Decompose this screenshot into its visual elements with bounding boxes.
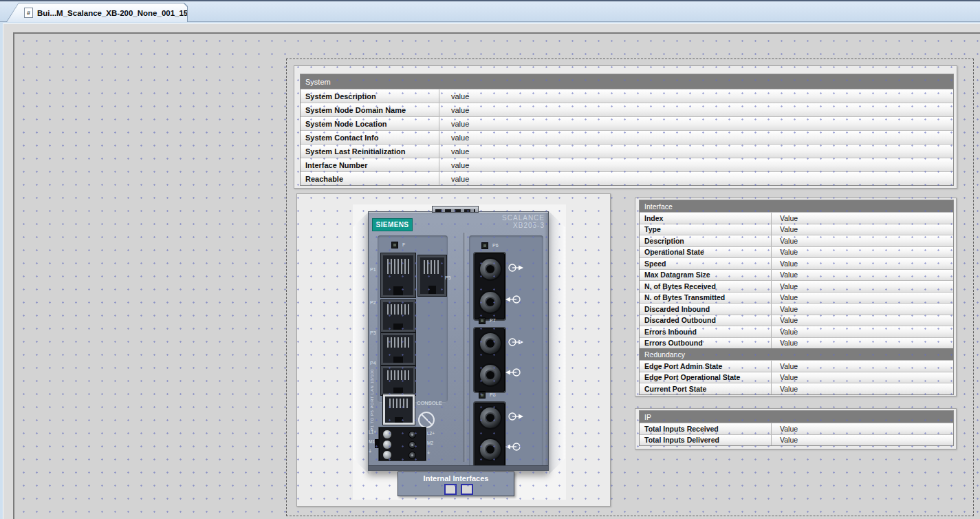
row-label-cell: Description bbox=[640, 235, 772, 246]
fiber-housing-p8 bbox=[475, 403, 505, 466]
row-value-cell: Value bbox=[772, 247, 953, 258]
fiber-housing-p7 bbox=[475, 328, 505, 392]
row-value-cell: value bbox=[439, 117, 953, 130]
internal-interfaces-label: Internal Interfaces bbox=[398, 474, 514, 483]
led-p7 bbox=[479, 317, 486, 324]
table-row: Total Inputs Received Value bbox=[640, 423, 953, 434]
terminal-screw bbox=[409, 431, 416, 438]
table-row: Edge Port Admin State Value bbox=[640, 360, 953, 372]
row-label-cell: Speed bbox=[640, 258, 772, 269]
table-row: Current Port State Value bbox=[640, 383, 953, 394]
power-labels-right: L2+M2⏚ bbox=[427, 429, 438, 458]
fiber-connector bbox=[479, 438, 502, 461]
row-value-cell: Value bbox=[772, 270, 953, 281]
row-value-cell: value bbox=[439, 145, 953, 158]
row-value-cell: value bbox=[439, 172, 953, 185]
power-label: M2 bbox=[427, 438, 438, 448]
row-value-cell: Value bbox=[772, 304, 953, 315]
power-label: L2+ bbox=[427, 429, 438, 438]
fiber-connector bbox=[479, 363, 502, 387]
table-row: Speed Value bbox=[640, 257, 953, 269]
terminal-screw bbox=[382, 440, 392, 449]
device-photo: SIEMENS SCALANCE XB205-3 F bbox=[353, 204, 566, 500]
row-value-cell: Value bbox=[772, 293, 953, 304]
photo-left-shadow bbox=[353, 211, 369, 474]
led-label-p7: P7 bbox=[490, 318, 496, 324]
ethernet-port-section: F bbox=[378, 235, 448, 403]
row-label-cell: System Last Reinitialization bbox=[301, 145, 439, 158]
row-value-cell: Value bbox=[772, 235, 953, 246]
console-label: CONSOLE bbox=[417, 401, 442, 406]
internal-interfaces-bar: Internal Interfaces bbox=[398, 472, 514, 496]
editor-frame: System System Description value System N… bbox=[0, 22, 980, 519]
rx-arrow-icon bbox=[505, 295, 521, 304]
table-section-header: Interface bbox=[640, 200, 953, 212]
tab-bar: # Bui...M_Scalance_XB-200_None_001_150 × bbox=[0, 1, 980, 22]
internal-interface-indicator[interactable] bbox=[444, 484, 457, 495]
device-panel[interactable]: SIEMENS SCALANCE XB205-3 F bbox=[296, 193, 611, 507]
tx-arrow-icon bbox=[508, 337, 524, 347]
ip-table: IP Total Inputs Received Value Total Inp… bbox=[639, 410, 954, 446]
row-value-cell: Value bbox=[772, 435, 953, 446]
table-row: System Description value bbox=[301, 89, 953, 103]
table-row: Total Inputs Delivered Value bbox=[640, 434, 953, 446]
tab-title: Bui...M_Scalance_XB-200_None_001_150 bbox=[37, 9, 193, 17]
no-access-icon bbox=[418, 412, 435, 428]
device-model-label: SCALANCE XB205-3 bbox=[502, 214, 545, 229]
row-value-cell: Value bbox=[772, 423, 953, 434]
row-value-cell: Value bbox=[772, 326, 953, 337]
terminal-screw bbox=[382, 430, 392, 439]
port-label-p3: P3 bbox=[370, 330, 376, 336]
table-row: N. of Bytes Transmitted Value bbox=[640, 292, 953, 304]
siemens-logo: SIEMENS bbox=[372, 218, 413, 231]
row-value-cell: Value bbox=[772, 213, 953, 224]
port-label-p5: P5 bbox=[445, 275, 451, 281]
table-row: Max Datagram Size Value bbox=[640, 269, 953, 281]
terminal-screw bbox=[409, 452, 416, 459]
row-value-cell: Value bbox=[772, 315, 953, 326]
rx-arrow-icon bbox=[505, 442, 521, 452]
table-row: System Node Location value bbox=[301, 116, 953, 130]
fiber-housing-p6 bbox=[475, 253, 505, 319]
rx-arrow-icon bbox=[505, 368, 521, 377]
table-row: Reachable value bbox=[301, 171, 953, 185]
row-label-cell: Errors Inbound bbox=[640, 326, 772, 337]
interface-table: Interface Index Value Type Value Descrip… bbox=[639, 200, 954, 395]
fiber-connector bbox=[479, 406, 502, 430]
row-label-cell: System Node Location bbox=[301, 117, 439, 130]
table-section-header: IP bbox=[640, 411, 953, 423]
internal-interface-indicator[interactable] bbox=[461, 484, 473, 495]
row-value-cell: value bbox=[439, 158, 953, 171]
editor-canvas[interactable]: System System Description value System N… bbox=[13, 32, 980, 519]
row-value-cell: Value bbox=[772, 383, 953, 394]
row-value-cell: Value bbox=[772, 281, 953, 292]
row-label-cell: Type bbox=[640, 224, 772, 235]
row-label-cell: System Description bbox=[301, 89, 439, 103]
panel-tab[interactable]: # Bui...M_Scalance_XB-200_None_001_150 × bbox=[7, 3, 187, 22]
table-row: N. of Bytes Received Value bbox=[640, 280, 953, 292]
fault-led bbox=[391, 242, 398, 248]
fault-led-label: F bbox=[402, 242, 405, 248]
table-row: Errors Inbound Value bbox=[640, 326, 953, 337]
row-label-cell: N. of Bytes Received bbox=[640, 281, 772, 292]
table-section-header: System bbox=[301, 74, 953, 89]
row-value-cell: Value bbox=[772, 258, 953, 269]
table-row: Edge Port Operational State Value bbox=[640, 372, 953, 383]
row-value-cell: Value bbox=[772, 338, 953, 349]
console-port bbox=[383, 394, 415, 425]
row-label-cell: Max Datagram Size bbox=[640, 270, 772, 281]
tab-close-icon[interactable]: × bbox=[198, 8, 204, 17]
tx-arrow-icon bbox=[508, 263, 524, 273]
rj45-port-p5 bbox=[418, 255, 446, 296]
row-label-cell: Edge Port Admin State bbox=[640, 361, 772, 372]
editor-window: # Bui...M_Scalance_XB-200_None_001_150 ×… bbox=[0, 0, 980, 519]
table-section-header: Redundancy bbox=[640, 348, 953, 360]
panel-document-icon: # bbox=[24, 8, 33, 18]
row-value-cell: Value bbox=[772, 361, 953, 372]
table-row: Operational State Value bbox=[640, 246, 953, 258]
table-row: Discarded Inbound Value bbox=[640, 303, 953, 315]
table-row: System Contact Info value bbox=[301, 130, 953, 144]
fiber-connector bbox=[479, 257, 502, 281]
rj45-port-p1 bbox=[381, 253, 415, 297]
row-label-cell: System Contact Info bbox=[301, 131, 439, 144]
